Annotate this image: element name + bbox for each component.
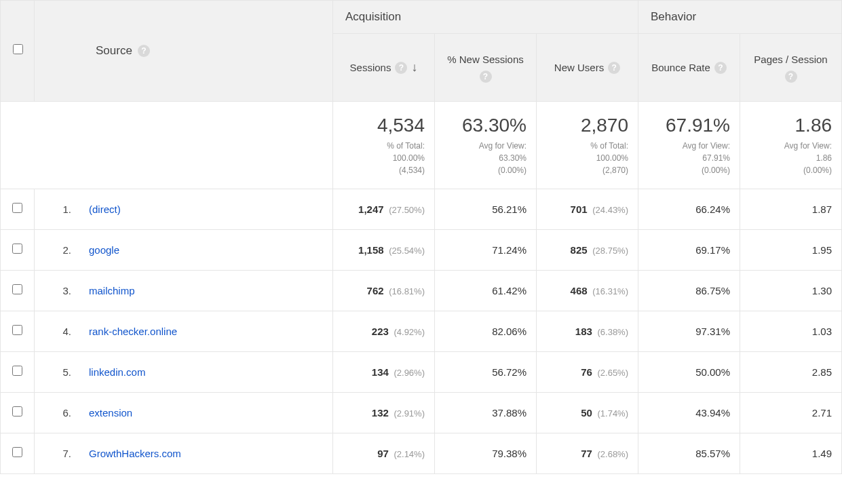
row-checkbox-cell [1, 229, 35, 270]
column-header-pages-per-session-label: Pages / Session [754, 52, 827, 66]
table-row: 6.extension132 (2.91%)37.88%50 (1.74%)43… [1, 392, 842, 433]
row-bounce-rate: 66.24% [638, 189, 740, 229]
summary-pages-per-session: 1.86 Avg for View: 1.86 (0.00%) [740, 102, 842, 189]
row-source-cell: 2.google [35, 229, 333, 270]
row-new-users: 50 (1.74%) [537, 392, 638, 433]
row-index: 2. [44, 244, 71, 256]
row-source-cell: 7.GrowthHackers.com [35, 433, 333, 473]
analytics-source-table: Source ? Acquisition Behavior Sessions ?… [0, 0, 842, 474]
row-new-users: 76 (2.65%) [537, 351, 638, 392]
column-group-acquisition: Acquisition [333, 1, 638, 34]
row-index: 1. [44, 203, 71, 215]
help-icon[interactable]: ? [395, 62, 407, 74]
help-icon[interactable]: ? [785, 71, 797, 83]
row-pct-new-sessions: 82.06% [435, 311, 537, 351]
row-checkbox[interactable] [12, 366, 22, 376]
row-source-cell: 3.mailchimp [35, 270, 333, 311]
row-bounce-rate: 69.17% [638, 229, 740, 270]
row-pages-per-session: 1.95 [740, 229, 842, 270]
row-new-users: 183 (6.38%) [537, 311, 638, 351]
row-checkbox[interactable] [12, 284, 22, 294]
row-sessions: 97 (2.14%) [333, 433, 435, 473]
row-pages-per-session: 1.30 [740, 270, 842, 311]
row-checkbox-cell [1, 433, 35, 473]
row-checkbox[interactable] [12, 406, 22, 416]
column-header-sessions-label: Sessions [350, 60, 391, 75]
row-new-users: 468 (16.31%) [537, 270, 638, 311]
column-header-pct-new-sessions-label: % New Sessions [447, 52, 524, 66]
column-header-bounce-rate[interactable]: Bounce Rate ? [638, 34, 740, 102]
row-index: 3. [44, 285, 71, 296]
row-sessions: 132 (2.91%) [333, 392, 435, 433]
row-sessions: 1,247 (27.50%) [333, 189, 435, 229]
column-header-pct-new-sessions[interactable]: % New Sessions ? [435, 34, 537, 102]
row-index: 5. [44, 366, 71, 378]
row-checkbox-cell [1, 270, 35, 311]
row-index: 4. [44, 326, 71, 337]
row-pages-per-session: 2.71 [740, 392, 842, 433]
summary-pct-new-value: 63.30% [444, 114, 527, 137]
table-row: 3.mailchimp762 (16.81%)61.42%468 (16.31%… [1, 270, 842, 311]
row-checkbox[interactable] [12, 203, 22, 213]
row-pct-new-sessions: 61.42% [435, 270, 537, 311]
row-bounce-rate: 97.31% [638, 311, 740, 351]
row-new-users: 701 (24.43%) [537, 189, 638, 229]
table-row: 4.rank-checker.online223 (4.92%)82.06%18… [1, 311, 842, 351]
row-source-cell: 5.linkedin.com [35, 351, 333, 392]
row-bounce-rate: 86.75% [638, 270, 740, 311]
row-pct-new-sessions: 56.72% [435, 351, 537, 392]
summary-pct-new-sessions: 63.30% Avg for View: 63.30% (0.00%) [435, 102, 537, 189]
row-checkbox[interactable] [12, 244, 22, 254]
row-checkbox-cell [1, 311, 35, 351]
row-source-cell: 1.(direct) [35, 189, 333, 229]
help-icon[interactable]: ? [138, 45, 150, 57]
row-pages-per-session: 1.49 [740, 433, 842, 473]
help-icon[interactable]: ? [480, 71, 492, 83]
sort-descending-icon: ↓ [411, 59, 417, 76]
column-header-new-users-label: New Users [554, 60, 604, 75]
row-checkbox[interactable] [12, 325, 22, 335]
row-pages-per-session: 2.85 [740, 351, 842, 392]
row-pct-new-sessions: 37.88% [435, 392, 537, 433]
row-index: 6. [44, 407, 71, 419]
column-header-sessions[interactable]: Sessions ? ↓ [333, 34, 435, 102]
table-row: 7.GrowthHackers.com97 (2.14%)79.38%77 (2… [1, 433, 842, 473]
column-header-source[interactable]: Source ? [35, 1, 333, 102]
column-header-pages-per-session[interactable]: Pages / Session ? [740, 34, 842, 102]
source-link[interactable]: linkedin.com [89, 366, 145, 378]
source-link[interactable]: mailchimp [89, 285, 135, 296]
row-sessions: 223 (4.92%) [333, 311, 435, 351]
table-row: 5.linkedin.com134 (2.96%)56.72%76 (2.65%… [1, 351, 842, 392]
row-source-cell: 6.extension [35, 392, 333, 433]
row-new-users: 825 (28.75%) [537, 229, 638, 270]
column-group-behavior: Behavior [638, 1, 842, 34]
column-header-bounce-rate-label: Bounce Rate [651, 60, 710, 75]
row-bounce-rate: 85.57% [638, 433, 740, 473]
help-icon[interactable]: ? [714, 62, 727, 74]
source-link[interactable]: GrowthHackers.com [89, 448, 181, 459]
column-header-new-users[interactable]: New Users ? [537, 34, 638, 102]
summary-row: 4,534 % of Total: 100.00% (4,534) 63.30%… [1, 102, 842, 189]
row-pct-new-sessions: 56.21% [435, 189, 537, 229]
source-link[interactable]: extension [89, 407, 132, 419]
source-link[interactable]: rank-checker.online [89, 326, 177, 337]
summary-empty-cell [1, 102, 35, 189]
header-checkbox-cell [1, 1, 35, 102]
row-pct-new-sessions: 79.38% [435, 433, 537, 473]
row-pct-new-sessions: 71.24% [435, 229, 537, 270]
summary-bounce-value: 67.91% [648, 114, 730, 137]
row-sessions: 1,158 (25.54%) [333, 229, 435, 270]
row-new-users: 77 (2.68%) [537, 433, 638, 473]
select-all-checkbox[interactable] [13, 44, 23, 54]
summary-bounce-rate: 67.91% Avg for View: 67.91% (0.00%) [638, 102, 740, 189]
summary-pps-value: 1.86 [750, 114, 832, 137]
row-checkbox-cell [1, 392, 35, 433]
row-checkbox-cell [1, 351, 35, 392]
source-link[interactable]: google [89, 244, 119, 256]
row-checkbox[interactable] [12, 447, 22, 457]
source-link[interactable]: (direct) [89, 203, 121, 215]
table-row: 2.google1,158 (25.54%)71.24%825 (28.75%)… [1, 229, 842, 270]
row-sessions: 134 (2.96%) [333, 351, 435, 392]
help-icon[interactable]: ? [608, 62, 620, 74]
summary-new-users: 2,870 % of Total: 100.00% (2,870) [537, 102, 638, 189]
